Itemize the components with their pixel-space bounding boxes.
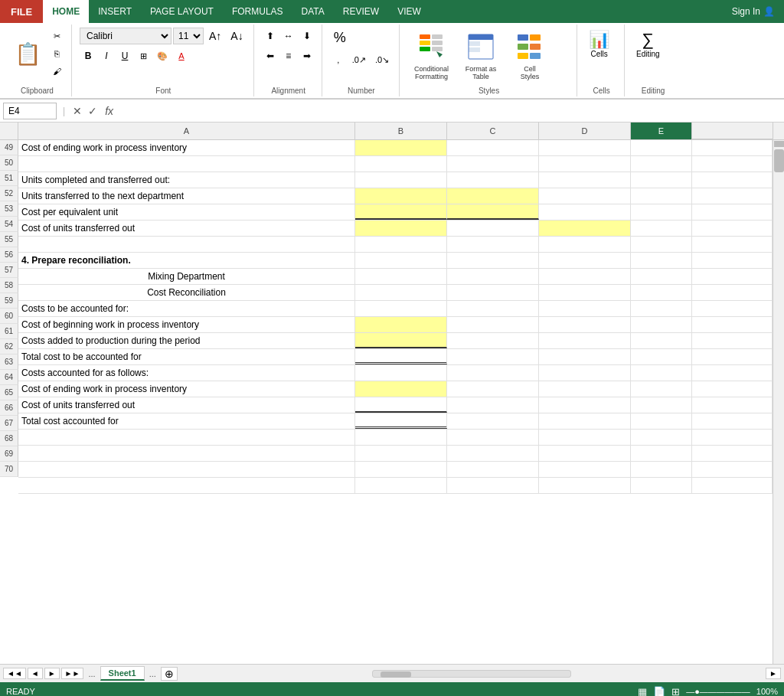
sheet-nav-first[interactable]: ◄◄ bbox=[3, 668, 26, 679]
sheet-nav-last[interactable]: ►► bbox=[61, 668, 84, 679]
grid-cell[interactable]: Total cost to be accounted for bbox=[18, 349, 355, 364]
grid-cell[interactable] bbox=[18, 478, 355, 493]
grid-cell[interactable] bbox=[539, 221, 631, 236]
grid-cell[interactable] bbox=[355, 172, 447, 188]
grid-cell[interactable] bbox=[447, 381, 539, 397]
col-header-a[interactable]: A bbox=[18, 123, 355, 139]
grid-cell[interactable] bbox=[447, 301, 539, 316]
grid-cell[interactable] bbox=[447, 221, 539, 236]
grid-cell[interactable] bbox=[631, 140, 692, 155]
grid-cell[interactable] bbox=[631, 237, 692, 252]
grid-cell[interactable] bbox=[355, 462, 447, 477]
grid-cell[interactable] bbox=[447, 237, 539, 252]
font-color-button[interactable]: A bbox=[173, 47, 190, 64]
grid-cell[interactable] bbox=[355, 301, 447, 316]
grid-cell[interactable] bbox=[631, 349, 692, 364]
tab-page-layout[interactable]: PAGE LAYOUT bbox=[141, 0, 223, 23]
horizontal-scrollbar-thumb[interactable] bbox=[381, 671, 411, 678]
row-header-70[interactable]: 70 bbox=[0, 462, 18, 477]
row-header-53[interactable]: 53 bbox=[0, 201, 18, 217]
grid-cell[interactable] bbox=[355, 430, 447, 445]
paste-button[interactable]: 📋 bbox=[9, 38, 47, 70]
row-header-66[interactable]: 66 bbox=[0, 400, 18, 416]
grid-cell[interactable] bbox=[539, 397, 631, 413]
sheet-nav-prev[interactable]: ◄ bbox=[28, 668, 43, 679]
grid-cell[interactable] bbox=[447, 285, 539, 300]
grid-cell[interactable] bbox=[539, 172, 631, 188]
grid-cell[interactable] bbox=[539, 478, 631, 493]
row-header-58[interactable]: 58 bbox=[0, 278, 18, 293]
fill-color-button[interactable]: 🎨 bbox=[153, 47, 172, 64]
tab-home[interactable]: HOME bbox=[43, 0, 89, 23]
horizontal-scrollbar[interactable] bbox=[372, 670, 571, 678]
grid-cell[interactable]: Mixing Department bbox=[18, 269, 355, 284]
view-page-icon[interactable]: 📄 bbox=[653, 686, 665, 697]
align-bottom-button[interactable]: ⬇ bbox=[299, 28, 315, 44]
copy-button[interactable]: ⎘ bbox=[48, 45, 65, 62]
row-header-56[interactable]: 56 bbox=[0, 247, 18, 263]
underline-button[interactable]: U bbox=[116, 47, 133, 64]
grid-cell[interactable] bbox=[18, 446, 355, 461]
grid-cell[interactable] bbox=[631, 285, 692, 300]
decrease-decimal-button[interactable]: .0↘ bbox=[371, 51, 393, 68]
grid-cell[interactable] bbox=[355, 156, 447, 172]
increase-font-button[interactable]: A↑ bbox=[205, 28, 225, 44]
confirm-formula-icon[interactable]: ✓ bbox=[87, 105, 99, 117]
row-header-51[interactable]: 51 bbox=[0, 171, 18, 186]
grid-cell[interactable]: Costs to be accounted for: bbox=[18, 301, 355, 316]
decrease-font-button[interactable]: A↓ bbox=[227, 28, 247, 44]
row-header-63[interactable]: 63 bbox=[0, 355, 18, 370]
cut-button[interactable]: ✂ bbox=[48, 28, 65, 44]
grid-cell[interactable] bbox=[355, 269, 447, 284]
grid-cell[interactable] bbox=[631, 188, 692, 204]
grid-cell[interactable] bbox=[539, 156, 631, 172]
grid-cell[interactable]: Cost of ending work in process inventory bbox=[18, 381, 355, 397]
grid-cell[interactable] bbox=[539, 430, 631, 445]
grid-cell[interactable]: 4. Prepare reconciliation. bbox=[18, 253, 355, 268]
sheet-more-right[interactable]: ... bbox=[146, 669, 159, 678]
grid-cell[interactable] bbox=[539, 413, 631, 429]
row-header-69[interactable]: 69 bbox=[0, 446, 18, 462]
grid-cell[interactable] bbox=[539, 285, 631, 300]
grid-cell[interactable] bbox=[447, 365, 539, 381]
grid-cell[interactable] bbox=[447, 156, 539, 172]
view-normal-icon[interactable]: ▦ bbox=[638, 686, 647, 697]
scroll-right-button[interactable]: ► bbox=[766, 668, 781, 679]
grid-cell[interactable] bbox=[539, 365, 631, 381]
grid-cell[interactable]: Costs accounted for as follows: bbox=[18, 365, 355, 381]
zoom-slider[interactable]: —●—————— bbox=[686, 687, 750, 696]
row-header-61[interactable]: 61 bbox=[0, 324, 18, 339]
tab-formulas[interactable]: FORMULAS bbox=[223, 0, 292, 23]
fx-icon[interactable]: fx bbox=[102, 105, 116, 117]
grid-cell[interactable] bbox=[447, 204, 539, 220]
grid-cell[interactable] bbox=[355, 333, 447, 348]
grid-cell[interactable]: Cost of units transferred out bbox=[18, 397, 355, 413]
sheet-tab-sheet1[interactable]: Sheet1 bbox=[100, 666, 145, 681]
grid-cell[interactable] bbox=[355, 317, 447, 332]
grid-cell[interactable] bbox=[631, 381, 692, 397]
align-top-button[interactable]: ⬆ bbox=[262, 28, 279, 44]
grid-cell[interactable] bbox=[355, 365, 447, 381]
row-header-65[interactable]: 65 bbox=[0, 385, 18, 400]
col-header-d[interactable]: D bbox=[539, 123, 631, 139]
grid-cell[interactable] bbox=[18, 430, 355, 445]
grid-cell[interactable] bbox=[18, 462, 355, 477]
horizontal-scroll-area[interactable] bbox=[179, 670, 764, 678]
grid-cell[interactable] bbox=[355, 204, 447, 220]
tab-view[interactable]: VIEW bbox=[388, 0, 430, 23]
grid-cell[interactable] bbox=[447, 462, 539, 477]
cell-reference-box[interactable] bbox=[3, 103, 57, 119]
row-header-54[interactable]: 54 bbox=[0, 217, 18, 232]
row-header-62[interactable]: 62 bbox=[0, 339, 18, 355]
grid-cell[interactable]: Units transferred to the next department bbox=[18, 188, 355, 204]
grid-cell[interactable] bbox=[631, 204, 692, 220]
grid-cell[interactable] bbox=[355, 446, 447, 461]
grid-cell[interactable] bbox=[539, 253, 631, 268]
number-format-button[interactable]: % bbox=[330, 28, 350, 48]
grid-cell[interactable] bbox=[539, 204, 631, 220]
grid-cell[interactable] bbox=[539, 333, 631, 348]
grid-cell[interactable]: Cost of ending work in process inventory bbox=[18, 140, 355, 155]
grid-cell[interactable]: Total cost accounted for bbox=[18, 413, 355, 429]
grid-cell[interactable] bbox=[631, 478, 692, 493]
grid-cell[interactable] bbox=[631, 430, 692, 445]
